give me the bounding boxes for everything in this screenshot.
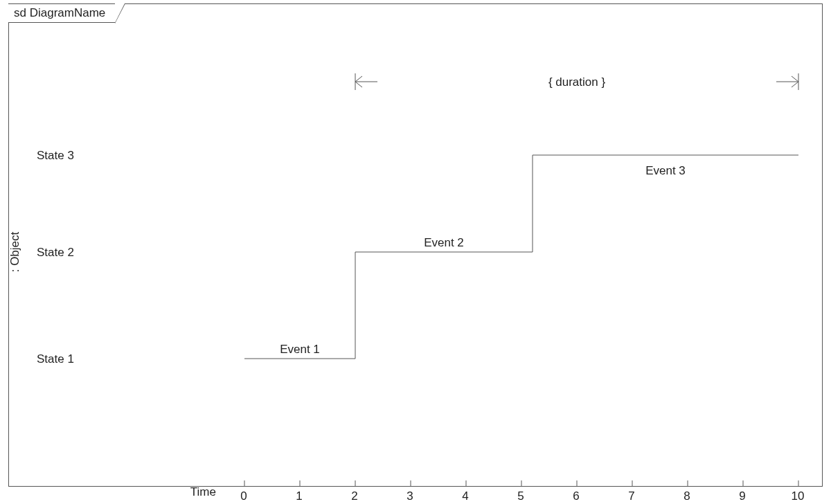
tick-3: 3 [406,489,413,503]
tick-1: 1 [296,489,302,503]
tick-9: 9 [739,489,745,503]
event-2-label: Event 2 [424,236,464,249]
duration-label: { duration } [548,75,606,89]
duration-arrow-right [776,73,798,90]
object-label: : Object [9,231,21,272]
state-lifeline [244,155,798,359]
state-label-2: State 2 [37,246,74,259]
tick-7: 7 [628,489,634,503]
time-axis-label: Time [190,485,216,498]
tick-5: 5 [517,489,524,503]
tick-4: 4 [462,489,468,503]
time-axis-labels: Time 0 1 2 3 4 5 6 7 8 9 10 [8,486,823,503]
state-label-3: State 3 [37,149,74,162]
tick-8: 8 [683,489,690,503]
time-axis [244,480,798,486]
duration-arrow-left [355,73,377,90]
tick-2: 2 [351,489,357,503]
state-label-1: State 1 [37,352,74,366]
tick-10: 10 [792,489,805,503]
event-1-label: Event 1 [280,343,320,356]
tick-0: 0 [240,489,247,503]
tick-6: 6 [573,489,579,503]
event-3-label: Event 3 [645,164,686,177]
timing-diagram: : Object State 3 State 2 State 1 Event 1… [9,4,822,486]
diagram-frame: sd DiagramName : Object State 3 State 2 … [8,3,823,487]
